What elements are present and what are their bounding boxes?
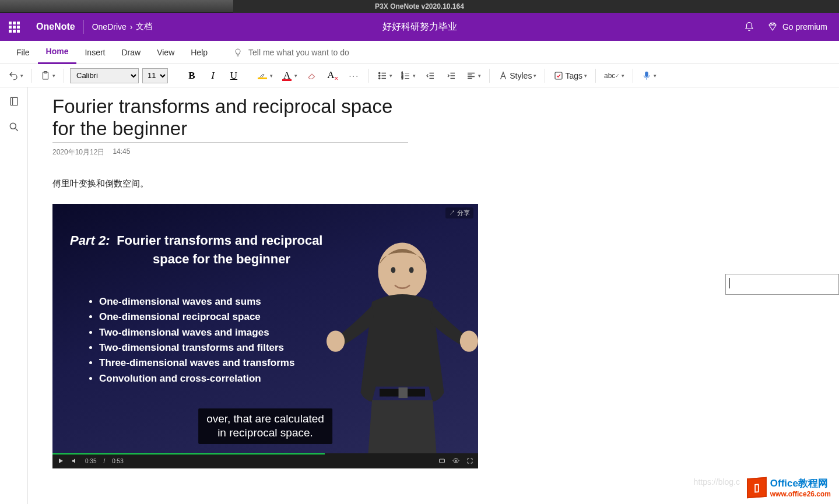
ribbon-toolbar: ▾ ▾ Calibri 11 B I U ▾ A▾ A✕ ··· ▾ 123▾ … [0,64,839,87]
presenter-figure [321,226,478,453]
breadcrumb[interactable]: OneDrive › 文档 [84,22,161,32]
align-icon [466,71,476,81]
strikethrough-button[interactable]: A✕ [324,67,342,84]
highlight-button[interactable]: ▾ [254,67,275,84]
video-controls: 0:35/0:53 [52,453,478,468]
highlighter-icon [258,72,266,80]
outdent-button[interactable] [422,67,439,84]
text-cursor [729,278,730,288]
svg-point-4 [379,77,380,79]
page-time: 14:45 [113,147,130,157]
office-logo-icon: ▯ [747,477,767,498]
settings-icon[interactable] [452,457,459,464]
go-premium-label: Go premium [782,22,827,31]
breadcrumb-leaf[interactable]: 文档 [136,22,152,32]
waffle-icon [9,22,20,33]
video-progress-bar[interactable] [52,453,325,454]
styles-button[interactable]: Styles▾ [496,67,539,84]
svg-point-12 [391,267,396,273]
svg-point-2 [379,72,380,73]
tab-draw[interactable]: Draw [113,41,149,64]
lightbulb-icon [233,48,243,57]
italic-button[interactable]: I [204,67,222,84]
outdent-icon [425,71,436,81]
note-body-text[interactable]: 傅里叶变换和倒数空间。 [52,178,149,189]
spellcheck-button[interactable]: abc✓▾ [602,67,627,84]
number-list-icon: 123 [401,71,411,81]
tell-me-placeholder: Tell me what you want to do [248,48,349,57]
tell-me-search[interactable]: Tell me what you want to do [233,48,349,57]
breadcrumb-separator: › [130,22,133,31]
svg-point-3 [379,75,380,76]
clear-formatting-button[interactable] [303,67,321,84]
page-title[interactable]: Fourier transforms and reciprocal space … [52,96,408,143]
window-title-bar: P3X OneNote v2020.10.164 [0,0,839,13]
notifications-button[interactable] [744,22,754,32]
svg-point-10 [10,123,16,129]
play-icon[interactable] [57,457,64,464]
embedded-video[interactable]: ↗ 分享 Part 2: Fourier transforms and reci… [52,204,478,468]
font-color-button[interactable]: A▾ [279,67,300,84]
captions-icon[interactable] [438,457,445,464]
app-launcher-button[interactable] [0,13,28,41]
align-button[interactable]: ▾ [464,67,483,84]
indent-icon [446,71,457,81]
app-brand[interactable]: OneNote [28,20,84,34]
page-canvas[interactable]: Fourier transforms and reciprocal space … [28,87,839,504]
undo-icon [8,71,19,81]
notebooks-icon[interactable] [8,96,20,107]
styles-icon [498,71,508,81]
os-menu-strip [0,0,233,13]
tab-file[interactable]: File [8,41,38,64]
video-share-button[interactable]: ↗ 分享 [445,207,473,218]
font-name-select[interactable]: Calibri [70,68,139,83]
tab-insert[interactable]: Insert [76,41,113,64]
clipboard-icon [40,71,51,81]
font-size-select[interactable]: 11 [142,68,168,83]
svg-rect-15 [399,387,408,398]
fullscreen-icon[interactable] [466,457,473,464]
tab-help[interactable]: Help [182,41,216,64]
page-date: 2020年10月12日 [52,147,104,157]
bold-button[interactable]: B [183,67,201,84]
number-list-button[interactable]: 123▾ [398,67,418,84]
app-header: OneNote OneDrive › 文档 好好科研努力毕业 Go premiu… [0,13,839,41]
menu-tabs: File Home Insert Draw View Help Tell me … [0,41,839,64]
corner-watermark-logo: ▯ Office教程网 www.office26.com [747,477,831,498]
svg-rect-8 [555,72,562,79]
video-time-total: 0:53 [112,458,123,464]
tab-view[interactable]: View [149,41,182,64]
tags-button[interactable]: Tags▾ [551,67,589,84]
window-title: P3X OneNote v2020.10.164 [375,2,464,10]
page-metadata: 2020年10月12日 14:45 [52,147,408,157]
video-time-current: 0:35 [85,458,96,464]
paste-button[interactable]: ▾ [38,67,58,84]
tab-home[interactable]: Home [38,41,77,64]
watermark-blog-url: https://blog.c [694,477,740,487]
svg-point-13 [409,267,414,273]
microphone-icon [641,71,652,81]
bullet-list-button[interactable]: ▾ [375,67,395,84]
bell-icon [744,22,754,32]
search-icon[interactable] [8,121,20,133]
svg-point-19 [455,460,457,462]
left-rail [0,87,28,504]
floating-note-container[interactable] [725,274,839,295]
indent-button[interactable] [443,67,460,84]
volume-icon[interactable] [71,457,78,464]
undo-button[interactable]: ▾ [6,67,26,84]
slide-bullets: One-dimensional waves and sums One-dimen… [99,294,294,386]
eraser-icon [307,71,317,81]
dictate-button[interactable]: ▾ [639,67,659,84]
go-premium-button[interactable]: Go premium [767,22,827,32]
breadcrumb-root[interactable]: OneDrive [92,22,127,31]
bullet-list-icon [377,71,388,81]
svg-point-17 [460,330,478,351]
notebook-title[interactable]: 好好科研努力毕业 [382,21,457,33]
svg-point-16 [327,330,345,351]
more-formatting-button[interactable]: ··· [345,67,363,84]
svg-text:3: 3 [402,76,403,80]
slide-title: Part 2: Fourier transforms and reciproca… [70,233,332,267]
underline-button[interactable]: U [225,67,243,84]
video-caption: over, that are calculated in reciprocal … [198,408,332,444]
